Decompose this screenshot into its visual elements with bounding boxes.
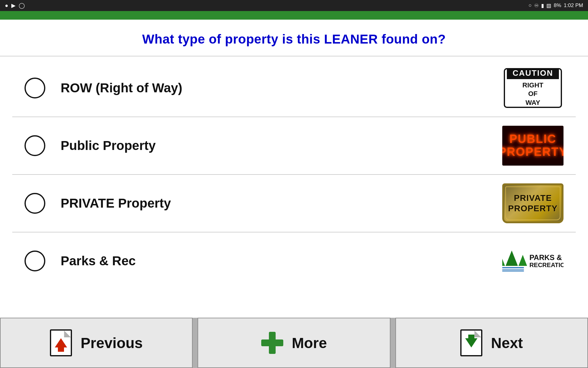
status-bar-left-icons: ● ▶ ◯ bbox=[5, 2, 25, 9]
option-image-public: PUBLIC PROPERTY bbox=[502, 126, 564, 166]
plus-vertical bbox=[269, 332, 276, 354]
status-bar: ● ▶ ◯ ○ ♾ ▮ ▧ 8% 1:02 PM bbox=[0, 0, 588, 11]
previous-icon-wrap bbox=[50, 329, 72, 356]
wave-2 bbox=[502, 269, 524, 270]
mute-icon: ▮ bbox=[541, 2, 544, 9]
option-left-private: PRIVATE Property bbox=[24, 193, 171, 214]
clock-icon: ◯ bbox=[19, 2, 25, 9]
nav-spacer-1 bbox=[193, 318, 198, 368]
tree-small-left bbox=[502, 255, 505, 266]
status-bar-right: ○ ♾ ▮ ▧ 8% 1:02 PM bbox=[529, 2, 583, 9]
wave-1 bbox=[502, 267, 524, 268]
option-left-row: ROW (Right of Way) bbox=[24, 78, 182, 98]
caution-sign-image: CAUTION RIGHTOFWAY bbox=[504, 68, 562, 108]
previous-doc-icon bbox=[50, 329, 72, 356]
option-image-row: CAUTION RIGHTOFWAY bbox=[502, 68, 564, 108]
more-label: More bbox=[292, 335, 327, 351]
option-row-public[interactable]: Public Property PUBLIC PROPERTY bbox=[12, 117, 576, 175]
parks-text-block: PARKS & RECREATION bbox=[530, 254, 564, 268]
wave-3 bbox=[502, 270, 524, 271]
public-sign-public: PUBLIC bbox=[509, 133, 556, 146]
question-text: What type of property is this LEANER fou… bbox=[18, 32, 570, 47]
bottom-nav: Previous More Next bbox=[0, 318, 588, 368]
question-area: What type of property is this LEANER fou… bbox=[0, 20, 588, 53]
tree-center bbox=[506, 251, 518, 266]
parks-subtitle: RECREATION bbox=[530, 262, 564, 268]
gps-icon: ○ bbox=[529, 2, 532, 9]
radio-row[interactable] bbox=[24, 78, 45, 98]
option-left-public: Public Property bbox=[24, 135, 156, 156]
next-label: Next bbox=[491, 335, 523, 351]
accent-bar bbox=[0, 11, 588, 20]
option-row-row[interactable]: ROW (Right of Way) CAUTION RIGHTOFWAY bbox=[12, 59, 576, 117]
parks-trees-graphic bbox=[502, 251, 527, 271]
arrow-down-icon bbox=[465, 338, 477, 347]
private-property-sign-image: PRIVATEPROPERTY bbox=[502, 183, 564, 223]
location-icon: ● bbox=[5, 2, 8, 9]
next-icon-wrap bbox=[460, 329, 482, 356]
private-sign-text: PRIVATEPROPERTY bbox=[508, 193, 558, 213]
tree-group bbox=[502, 251, 527, 266]
play-icon: ▶ bbox=[11, 2, 16, 9]
wifi-icon: ▧ bbox=[546, 2, 551, 9]
option-label-private: PRIVATE Property bbox=[61, 196, 171, 211]
public-sign-property: PROPERTY bbox=[502, 146, 564, 159]
arrow-up-icon bbox=[55, 338, 67, 347]
radio-public[interactable] bbox=[24, 135, 45, 156]
nav-spacer-2 bbox=[390, 318, 395, 368]
radio-parks[interactable] bbox=[24, 251, 45, 271]
option-left-parks: Parks & Rec bbox=[24, 251, 136, 271]
option-label-row: ROW (Right of Way) bbox=[61, 81, 182, 95]
option-image-private: PRIVATEPROPERTY bbox=[502, 183, 564, 223]
caution-sign-top: CAUTION bbox=[507, 68, 559, 79]
time-display: 1:02 PM bbox=[564, 2, 583, 9]
more-button[interactable]: More bbox=[198, 318, 390, 368]
option-image-parks: PARKS & RECREATION bbox=[502, 241, 564, 281]
parks-title: PARKS & bbox=[530, 254, 564, 262]
more-icon-wrap bbox=[261, 332, 283, 354]
next-button[interactable]: Next bbox=[395, 318, 588, 368]
option-row-parks[interactable]: Parks & Rec PARKS & bbox=[12, 232, 576, 289]
previous-button[interactable]: Previous bbox=[0, 318, 193, 368]
option-row-private[interactable]: PRIVATE Property PRIVATEPROPERTY bbox=[12, 175, 576, 232]
battery-level: 8% bbox=[554, 2, 561, 9]
tree-small-right bbox=[518, 255, 527, 266]
next-doc-icon bbox=[460, 329, 482, 356]
plus-icon bbox=[261, 332, 283, 354]
caution-sign-body: RIGHTOFWAY bbox=[522, 79, 543, 108]
bluetooth-icon: ♾ bbox=[534, 2, 539, 9]
options-container: ROW (Right of Way) CAUTION RIGHTOFWAY Pu… bbox=[0, 59, 588, 289]
radio-private[interactable] bbox=[24, 193, 45, 214]
option-label-parks: Parks & Rec bbox=[61, 254, 136, 268]
option-label-public: Public Property bbox=[61, 138, 156, 153]
parks-waves bbox=[502, 267, 524, 271]
parks-rec-sign-image: PARKS & RECREATION bbox=[502, 241, 564, 281]
public-property-sign-image: PUBLIC PROPERTY bbox=[502, 126, 564, 166]
top-divider bbox=[0, 56, 588, 56]
previous-label: Previous bbox=[81, 335, 143, 351]
